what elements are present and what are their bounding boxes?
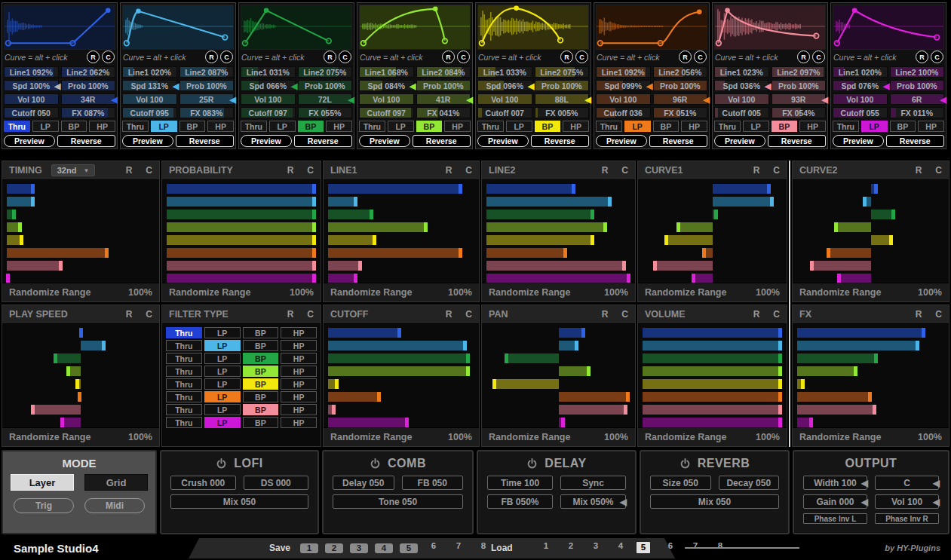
fx-cell[interactable]: FX 087% [61, 107, 116, 118]
reverse-button[interactable]: Reverse [768, 135, 826, 147]
filter-hp-button[interactable]: HP [563, 121, 589, 132]
param-bar-row[interactable] [797, 197, 944, 207]
r-button[interactable]: R [287, 165, 294, 176]
probability-cell[interactable]: Prob 100% [179, 80, 235, 91]
waveform-display[interactable] [4, 5, 115, 50]
pan-cell[interactable]: 41R◀ [416, 93, 471, 105]
filter-bp-button[interactable]: BP [298, 121, 324, 132]
param-bar-row[interactable] [328, 392, 474, 402]
cutoff-cell[interactable]: Cutoff 036 [596, 107, 651, 118]
phase-inv-r-button[interactable]: Phase Inv R [875, 513, 939, 524]
reverse-button[interactable]: Reverse [57, 135, 115, 147]
randomize-range-label[interactable]: Randomize Range [330, 287, 448, 298]
pan-cell[interactable]: 93R◀ [772, 93, 827, 105]
c-button[interactable]: C [146, 165, 152, 176]
preview-button[interactable]: Preview [359, 135, 410, 147]
pan-cell[interactable]: 88L◀ [535, 93, 590, 105]
filter-hp-button[interactable]: HP [681, 121, 707, 132]
load-slot-6[interactable]: 6 [661, 541, 680, 550]
fx-cell[interactable]: FX 041% [416, 107, 471, 118]
filter-thru-button[interactable]: Thru [166, 366, 202, 377]
c-button[interactable]: C [307, 309, 314, 320]
c-button[interactable]: C [773, 309, 780, 320]
filter-lp-button[interactable]: LP [204, 366, 241, 377]
grid-mode-button[interactable]: Grid [84, 474, 148, 491]
reverse-button[interactable]: Reverse [531, 135, 589, 147]
filter-hp-button[interactable]: HP [281, 340, 317, 351]
filter-hp-button[interactable]: HP [799, 121, 826, 132]
filter-hp-button[interactable]: HP [207, 121, 234, 132]
param-bar-row[interactable] [643, 341, 782, 350]
fx-cell[interactable]: FX 055% [298, 107, 353, 118]
volume-cell[interactable]: Vol 100 [596, 93, 651, 105]
filter-lp-button[interactable]: LP [204, 404, 241, 415]
param-bar-row[interactable] [643, 405, 782, 415]
pan-cell[interactable]: 34R◀ [61, 93, 116, 105]
param-bar-row[interactable] [643, 353, 782, 363]
reverse-button[interactable]: Reverse [176, 135, 234, 147]
filter-bp-button[interactable]: BP [890, 121, 916, 132]
power-icon[interactable] [526, 458, 538, 470]
filter-lp-button[interactable]: LP [204, 391, 241, 402]
load-slot-3[interactable]: 3 [587, 541, 605, 550]
filter-bp-button[interactable]: BP [243, 353, 279, 364]
speed-cell[interactable]: Spd 096%◀ [477, 80, 532, 91]
line2-cell[interactable]: Line2 087% [179, 66, 235, 78]
param-bar-row[interactable] [797, 235, 944, 245]
cutoff-cell[interactable]: Cutoff 097 [241, 107, 296, 118]
c-button[interactable]: C [575, 50, 588, 63]
filter-lp-button[interactable]: LP [269, 121, 296, 132]
layer-mode-button[interactable]: Layer [11, 474, 74, 491]
param-bar-row[interactable] [486, 261, 630, 271]
randomize-range-value[interactable]: 100% [604, 287, 628, 298]
param-bar-row[interactable] [328, 418, 474, 427]
c-button[interactable]: C [931, 50, 943, 63]
filter-thru-button[interactable]: Thru [166, 391, 202, 402]
load-slot-8[interactable]: 8 [711, 541, 729, 550]
param-bar-row[interactable] [328, 379, 474, 389]
param-bar-row[interactable] [328, 235, 474, 245]
save-slot-1[interactable]: 1 [300, 543, 318, 553]
phase-inv-l-button[interactable]: Phase Inv L [803, 513, 867, 524]
param-bar-row[interactable] [797, 418, 944, 427]
param-bar-row[interactable] [7, 379, 155, 389]
c-button[interactable]: C [102, 50, 115, 63]
vol-100-button[interactable]: Vol 100◀ [875, 494, 939, 509]
volume-cell[interactable]: Vol 100 [241, 93, 296, 105]
pan-cell[interactable]: 96R◀ [653, 93, 708, 105]
param-bar-row[interactable] [643, 379, 782, 389]
filter-bp-button[interactable]: BP [653, 121, 680, 132]
param-bar-row[interactable] [797, 366, 944, 376]
volume-cell[interactable]: Vol 100 [477, 93, 532, 105]
trig-button[interactable]: Trig [14, 498, 74, 513]
delay-050-button[interactable]: Delay 050 [333, 476, 394, 490]
c-button[interactable]: C [339, 50, 351, 63]
volume-cell[interactable]: Vol 100 [714, 93, 769, 105]
power-icon[interactable] [680, 458, 691, 470]
r-button[interactable]: R [753, 309, 760, 320]
probability-cell[interactable]: Prob 100% [890, 80, 945, 91]
param-bar-row[interactable] [797, 261, 944, 271]
randomize-range-label[interactable]: Randomize Range [9, 287, 128, 298]
filter-bp-button[interactable]: BP [179, 121, 206, 132]
param-bar-row[interactable] [7, 235, 155, 245]
param-bar-row[interactable] [328, 248, 474, 258]
load-slot-7[interactable]: 7 [686, 541, 704, 550]
param-bar-row[interactable] [486, 184, 630, 194]
randomize-range-value[interactable]: 100% [448, 432, 472, 442]
filter-bp-button[interactable]: BP [535, 121, 561, 132]
line2-cell[interactable]: Line2 097% [772, 66, 827, 78]
c-button[interactable]: C [307, 165, 314, 176]
preview-button[interactable]: Preview [122, 135, 173, 147]
filter-thru-button[interactable]: Thru [714, 121, 741, 132]
volume-cell[interactable]: Vol 100 [122, 93, 177, 105]
volume-cell[interactable]: Vol 100 [359, 93, 414, 105]
probability-cell[interactable]: Prob 100% [298, 80, 353, 91]
param-bar-row[interactable] [486, 418, 630, 427]
probability-cell[interactable]: Prob 100% [535, 80, 590, 91]
speed-cell[interactable]: Spd 099%◀ [596, 80, 651, 91]
filter-hp-button[interactable]: HP [281, 391, 317, 402]
line2-cell[interactable]: Line2 062% [61, 66, 116, 78]
param-bar-row[interactable] [486, 197, 630, 207]
param-bar-row[interactable] [486, 353, 630, 363]
